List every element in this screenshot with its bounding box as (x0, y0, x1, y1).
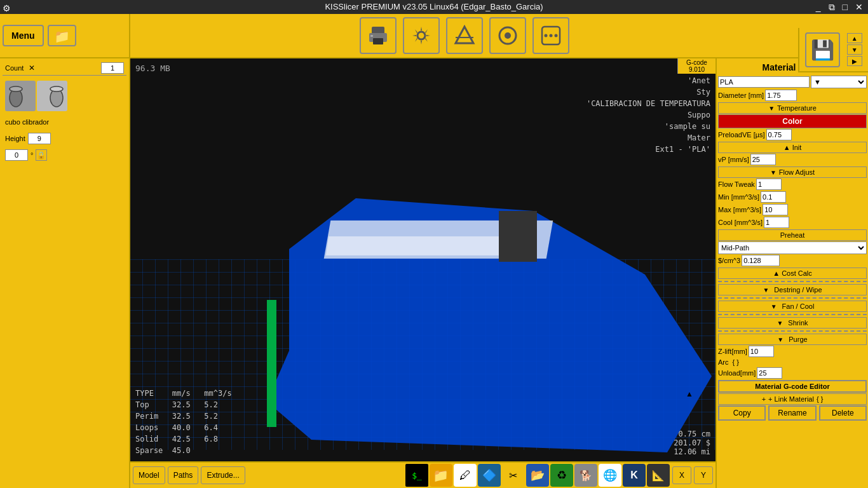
lock-icon[interactable]: 🔒 (36, 149, 47, 161)
3d-taskbar-btn[interactable]: 📐 (647, 464, 670, 487)
link-material-label: + Link Material (768, 395, 814, 403)
more-button[interactable] (532, 17, 569, 54)
midpath-select[interactable]: Mid-Path (718, 241, 867, 254)
material-dropdown[interactable]: ▼ (811, 76, 867, 88)
model-tab[interactable]: Model (133, 466, 165, 484)
fan-label: Fan / Cool (782, 302, 815, 310)
destring-label: Destring / Wipe (774, 286, 822, 294)
svg-point-16 (50, 86, 63, 92)
rename-button[interactable]: Rename (768, 405, 816, 421)
flow-adjust-section[interactable]: ▼ Flow Adjust (718, 166, 867, 178)
count-input[interactable] (101, 62, 124, 74)
cool-input[interactable] (764, 217, 789, 228)
max-input[interactable] (763, 204, 788, 215)
preheat-section[interactable]: Preheat (718, 229, 867, 241)
paths-tab[interactable]: Paths (168, 466, 199, 484)
info-line-6: 'sample su (587, 121, 710, 132)
height-input[interactable] (28, 133, 51, 144)
arc-label: Arc (718, 358, 729, 366)
shrink-section[interactable]: ▼ Shrink (718, 317, 867, 329)
min-input[interactable] (761, 191, 786, 203)
info-line-3: Sty (587, 86, 710, 98)
cost-input[interactable] (742, 255, 780, 266)
info-line-7: Mater (587, 132, 710, 144)
restore-btn[interactable]: ⧉ (826, 0, 837, 14)
close-icon[interactable]: ✕ (29, 64, 35, 72)
color-button[interactable]: Color (718, 114, 867, 128)
arrow-up-btn[interactable]: ▲ (847, 33, 862, 43)
files-taskbar-btn[interactable]: 📁 (430, 464, 452, 487)
temperature-section[interactable]: ▼ Temperature (718, 102, 867, 114)
info-line-8: Ext1 - 'PLA' (587, 144, 710, 155)
zlift-input[interactable] (749, 346, 774, 357)
green-edge (267, 300, 276, 427)
browser-taskbar-btn[interactable]: 🌐 (599, 464, 621, 487)
diameter-input[interactable] (765, 90, 797, 101)
rotation-input[interactable] (5, 149, 28, 161)
gimp-taskbar-btn[interactable]: 🐕 (574, 464, 597, 487)
fan-collapse: ▼ (771, 303, 777, 310)
svg-rect-3 (370, 35, 373, 37)
save-button[interactable]: 💾 (805, 32, 840, 67)
flow-adjust-collapse: ▼ (770, 169, 776, 176)
size-info: 0.75 cm (674, 430, 710, 438)
stats-perim: Perim 32.5 5.2 (135, 410, 232, 422)
info-line-2: 'Anet (587, 75, 710, 86)
terminal-taskbar-btn[interactable]: $_ (405, 464, 428, 487)
svg-point-4 (417, 32, 425, 39)
delete-button[interactable]: Delete (819, 405, 867, 421)
count-label: Count (5, 64, 24, 72)
arrow-right-btn[interactable]: ▶ (847, 56, 862, 66)
y-btn[interactable]: Y (694, 466, 713, 484)
init-label: ▲ Init (783, 144, 802, 151)
printer-button[interactable] (360, 17, 397, 54)
purge-collapse: ▼ (777, 336, 783, 343)
preview-button[interactable] (489, 17, 526, 54)
init-section[interactable]: ▲ Init (718, 142, 867, 153)
copy-button[interactable]: Copy (718, 405, 766, 421)
inkscape-taskbar-btn[interactable]: 🖊 (454, 464, 477, 487)
maximize-btn[interactable]: □ (840, 0, 850, 14)
purge-section[interactable]: ▼ Purge (718, 334, 867, 345)
svg-point-12 (554, 34, 557, 37)
fan-cool-section[interactable]: ▼ Fan / Cool (718, 301, 867, 312)
flow-adjust-label: Flow Adjust (779, 168, 815, 176)
time-info: 12.06 mi (674, 447, 710, 456)
svg-point-8 (505, 32, 511, 39)
print-stats: TYPE mm/s mm^3/s Top 32.5 5.2 Perim 32.5… (135, 388, 232, 456)
bottom-right-info: 0.75 cm 201.07 $ 12.06 mi (674, 430, 710, 456)
material-name-input[interactable] (718, 76, 810, 88)
max-label: Max [mm^3/s] (718, 206, 761, 214)
flow-tweak-input[interactable] (756, 179, 782, 190)
vp-input[interactable] (750, 154, 776, 165)
arrow-down-btn[interactable]: ▼ (847, 44, 862, 55)
link-material-btn[interactable]: + + Link Material { } (718, 393, 867, 405)
gcode-info: G-code 9.010 (677, 58, 715, 74)
cool-label: Cool [mm^3/s] (718, 219, 763, 226)
svg-point-11 (549, 34, 552, 37)
files2-taskbar-btn[interactable]: 📂 (526, 464, 549, 487)
height-label: Height (5, 135, 25, 142)
cost-calc-section[interactable]: ▲ Cost Calc (718, 268, 867, 279)
recycle-taskbar-btn[interactable]: ♻ (550, 464, 573, 487)
cost-label: $/cm^3 (718, 257, 740, 264)
menu-button[interactable]: Menu (3, 25, 44, 46)
object-name: cubo clibrador (5, 118, 49, 126)
close-btn[interactable]: ✕ (853, 0, 865, 14)
stats-loops: Loops 40.0 6.4 (135, 422, 232, 433)
gcode-editor-label: Material G-code Editor (755, 383, 829, 390)
slicer-taskbar-btn[interactable]: ✂ (502, 464, 525, 487)
x-btn[interactable]: X (672, 466, 691, 484)
destring-section[interactable]: ▼ Destring / Wipe (718, 284, 867, 295)
preload-input[interactable] (766, 129, 792, 140)
slice-button[interactable] (446, 17, 483, 54)
gcode-editor-button[interactable]: Material G-code Editor (718, 380, 867, 393)
kde-taskbar-btn[interactable]: K (623, 464, 646, 487)
info-line-4: 'CALIBRACION DE TEMPERATURA (587, 98, 710, 109)
minimize-btn[interactable]: _ (813, 0, 824, 14)
folder-button[interactable]: 📁 (48, 25, 76, 46)
blender-taskbar-btn[interactable]: 🔷 (478, 464, 501, 487)
extrude-btn[interactable]: Extrude... (201, 466, 245, 484)
settings-button[interactable] (403, 17, 440, 54)
unload-input[interactable] (757, 367, 782, 379)
